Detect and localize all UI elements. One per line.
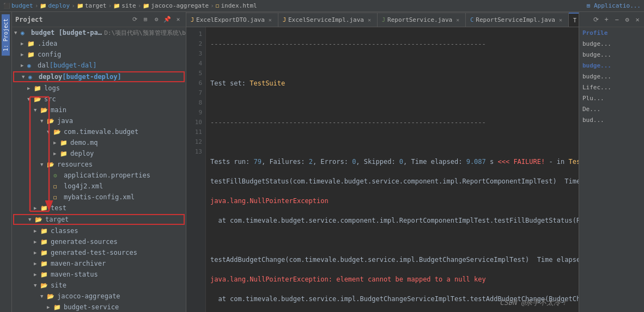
project-tree: ▼ ◉ budget [budget-parent] D:\项目代码\预算管理系… xyxy=(12,27,186,312)
editor-content: 1 2 3 4 5 6 7 8 9 10 11 12 13 ----------… xyxy=(186,27,579,312)
maven-profile-item[interactable]: Profile xyxy=(579,27,644,38)
folder-open-icon: 📂 xyxy=(40,282,49,289)
folder-icon: 📁 xyxy=(53,304,62,311)
java-icon: J xyxy=(191,17,194,23)
breadcrumb-site[interactable]: 📁 site xyxy=(113,2,136,9)
tree-item-main[interactable]: ▼ 📂 main xyxy=(12,105,186,115)
maven-lifecycle-item[interactable]: Lifec... xyxy=(579,82,644,93)
sidebar-toolbar: Project ⟳ ⊞ ⚙ 📌 ✕ xyxy=(12,12,186,27)
file-icon: ◻ xyxy=(216,2,220,9)
folder-icon: 📁 xyxy=(40,238,49,246)
close-icon[interactable]: ✕ xyxy=(174,15,183,24)
module-icon: ◉ xyxy=(21,29,29,36)
tree-item-generated-sources[interactable]: ▶ 📁 generated-sources xyxy=(12,236,186,247)
module-icon: ◉ xyxy=(28,74,37,81)
tab-excel-service-impl[interactable]: J ExcelServiceImpl.java ✕ xyxy=(278,13,378,27)
txt-icon: T xyxy=(573,17,576,23)
folder-open-icon: 📂 xyxy=(47,161,56,168)
tree-item-log4j2[interactable]: ▶ ◻ log4j2.xml xyxy=(12,181,186,192)
folder-icon: 📁 xyxy=(40,249,49,256)
tree-item-site[interactable]: ▼ 📂 site xyxy=(12,280,186,291)
folder-icon: 📁 xyxy=(40,205,49,212)
tree-item-maven-status[interactable]: ▶ 📁 maven-status xyxy=(12,269,186,280)
folder-open-icon: 📂 xyxy=(47,118,56,125)
tree-item-logs[interactable]: ▶ 📁 logs xyxy=(12,83,186,94)
folder-icon: 📁 xyxy=(113,3,120,9)
refresh-icon[interactable]: ⟳ xyxy=(592,15,600,24)
tree-item-src[interactable]: ▼ 📂 src xyxy=(12,94,186,105)
maven-budget3-item[interactable]: budge... xyxy=(579,60,644,71)
settings-icon[interactable]: ⚙ xyxy=(623,15,631,24)
tree-item-dal[interactable]: ▶ ◉ dal [budget-dal] xyxy=(12,60,186,71)
folder-icon: 📁 xyxy=(40,260,49,267)
folder-open-icon: 📂 xyxy=(40,107,49,114)
tree-item-com-timevale-budget[interactable]: ▼ 📂 com.timevale.budget xyxy=(12,126,186,137)
tree-item-java[interactable]: ▼ 📂 java xyxy=(12,115,186,126)
maven-bud-item[interactable]: bud... xyxy=(579,114,644,125)
tree-item-generated-test-sources[interactable]: ▶ 📁 generated-test-sources xyxy=(12,247,186,258)
tab-report-service-impl[interactable]: C ReportServiceImpl.java ✕ xyxy=(466,13,569,27)
java-icon: J xyxy=(382,17,385,23)
tree-item-maven-archiver[interactable]: ▶ 📁 maven-archiver xyxy=(12,258,186,269)
module-icon: ◉ xyxy=(27,62,36,69)
close-icon[interactable]: ✕ xyxy=(633,15,642,24)
tree-item-deploy[interactable]: ▼ ◉ deploy [budget-deploy] xyxy=(13,71,185,82)
folder-open-icon: 📂 xyxy=(35,216,44,223)
breadcrumb-budget[interactable]: ⬛ budget xyxy=(3,2,33,9)
breadcrumb-jacoco-aggregate[interactable]: 📁 jacoco-aggregate xyxy=(143,2,209,9)
folder-open-icon: 📂 xyxy=(34,96,42,103)
folder-icon: 📁 xyxy=(27,40,36,47)
tree-item-budget-parent[interactable]: ▼ ◉ budget [budget-parent] D:\项目代码\预算管理系… xyxy=(12,27,186,38)
maven-dependencies-item[interactable]: De... xyxy=(579,103,644,114)
tree-item-resources[interactable]: ▼ 📂 resources xyxy=(12,159,186,170)
maven-panel: ⟳ + − ⚙ ✕ Profile budge... budge... budg… xyxy=(579,12,644,312)
folder-icon: ⬛ xyxy=(3,3,10,9)
expand-icon[interactable]: ⊞ xyxy=(141,15,150,24)
folder-icon: 📁 xyxy=(60,150,69,157)
tab-close-icon[interactable]: ✕ xyxy=(267,17,274,23)
folder-icon: 📁 xyxy=(77,3,83,9)
project-tab[interactable]: 1: Project xyxy=(2,14,10,56)
tab-report-service[interactable]: J ReportService.java ✕ xyxy=(378,13,466,27)
tab-testsuite[interactable]: T TestSuite.txt ✕ xyxy=(569,13,579,27)
tree-item-mybatis[interactable]: ▶ ◻ mybatis-config.xml xyxy=(12,192,186,203)
breadcrumb-index-html[interactable]: ◻ index.html xyxy=(216,2,257,9)
tree-item-jacoco-aggregate[interactable]: ▼ 📂 jacoco-aggregate xyxy=(12,291,186,302)
tree-item-app-props[interactable]: ▶ ⚙ application.properties xyxy=(12,170,186,181)
tree-item-test[interactable]: ▶ 📁 test xyxy=(12,203,186,213)
tree-item-config[interactable]: ▶ 📁 config xyxy=(12,49,186,60)
tab-close-icon[interactable]: ✕ xyxy=(557,17,564,23)
tab-close-icon[interactable]: ✕ xyxy=(454,17,461,23)
java-icon: J xyxy=(283,17,286,23)
tree-item-demo-mq[interactable]: ▶ 📁 demo.mq xyxy=(12,137,186,148)
code-editor[interactable]: ----------------------------------------… xyxy=(206,27,579,312)
tab-excel-export-dto[interactable]: J ExcelExportDTO.java ✕ xyxy=(186,13,278,27)
plus-icon[interactable]: + xyxy=(602,15,611,24)
application-label[interactable]: ⊞ Applicatio... xyxy=(587,2,641,9)
top-bar-right: ⊞ Applicatio... xyxy=(587,2,641,9)
sidebar-title: Project xyxy=(15,16,127,23)
breadcrumb-deploy[interactable]: 📁 deploy xyxy=(40,2,70,9)
tree-item-idea[interactable]: ▶ 📁 .idea xyxy=(12,38,186,49)
tree-item-budget-service[interactable]: ▶ 📁 budget-service xyxy=(12,302,186,312)
maven-budget1-item[interactable]: budge... xyxy=(579,38,644,49)
top-bar: ⬛ budget › 📁 deploy › 📁 target › 📁 site … xyxy=(0,0,644,12)
maven-budget2-item[interactable]: budge... xyxy=(579,49,644,60)
minus-icon[interactable]: − xyxy=(612,15,621,24)
file-props-icon: ⚙ xyxy=(53,172,62,179)
folder-icon: 📁 xyxy=(40,271,49,278)
tabs-bar: J ExcelExportDTO.java ✕ J ExcelServiceIm… xyxy=(186,12,579,27)
tree-item-classes[interactable]: ▶ 📁 classes xyxy=(12,225,186,236)
maven-plugins-item[interactable]: Plu... xyxy=(579,93,644,103)
tab-close-icon[interactable]: ✕ xyxy=(366,17,373,23)
folder-icon: 📁 xyxy=(34,85,42,92)
pin-icon[interactable]: 📌 xyxy=(163,15,172,24)
tree-item-target[interactable]: ▼ 📂 target xyxy=(13,214,185,225)
maven-budget4-item[interactable]: budge... xyxy=(579,71,644,82)
breadcrumb-target[interactable]: 📁 target xyxy=(77,2,107,9)
sync-icon[interactable]: ⟳ xyxy=(130,15,139,24)
settings-icon[interactable]: ⚙ xyxy=(152,15,161,24)
file-xml-icon: ◻ xyxy=(53,194,62,201)
watermark: CSDN @杀手不太冷！ xyxy=(500,298,568,308)
tree-item-deploy-sub[interactable]: ▶ 📁 deploy xyxy=(12,148,186,159)
